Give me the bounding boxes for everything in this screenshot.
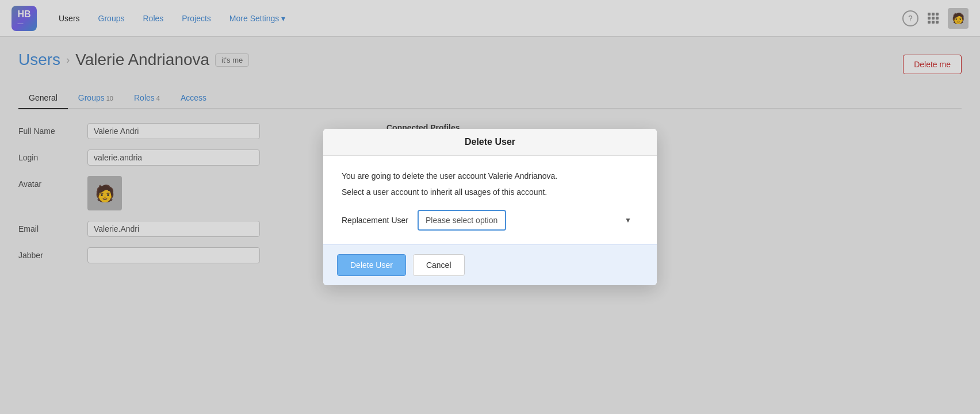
modal-overlay: Delete User You are going to delete the … xyxy=(0,0,980,288)
modal-text-1: You are going to delete the user account… xyxy=(342,170,638,182)
replacement-user-label: Replacement User xyxy=(342,216,408,225)
modal-text-2: Select a user account to inherit all usa… xyxy=(342,186,638,198)
delete-user-modal: Delete User You are going to delete the … xyxy=(323,129,657,286)
replacement-user-select[interactable]: Please select option xyxy=(418,210,506,231)
modal-title: Delete User xyxy=(323,129,657,156)
replacement-user-select-wrapper: Please select option xyxy=(418,210,638,231)
cancel-button[interactable]: Cancel xyxy=(413,254,465,276)
confirm-delete-user-button[interactable]: Delete User xyxy=(337,254,406,276)
modal-replacement-row: Replacement User Please select option xyxy=(342,210,638,231)
modal-footer: Delete User Cancel xyxy=(323,244,657,285)
modal-body: You are going to delete the user account… xyxy=(323,156,657,245)
